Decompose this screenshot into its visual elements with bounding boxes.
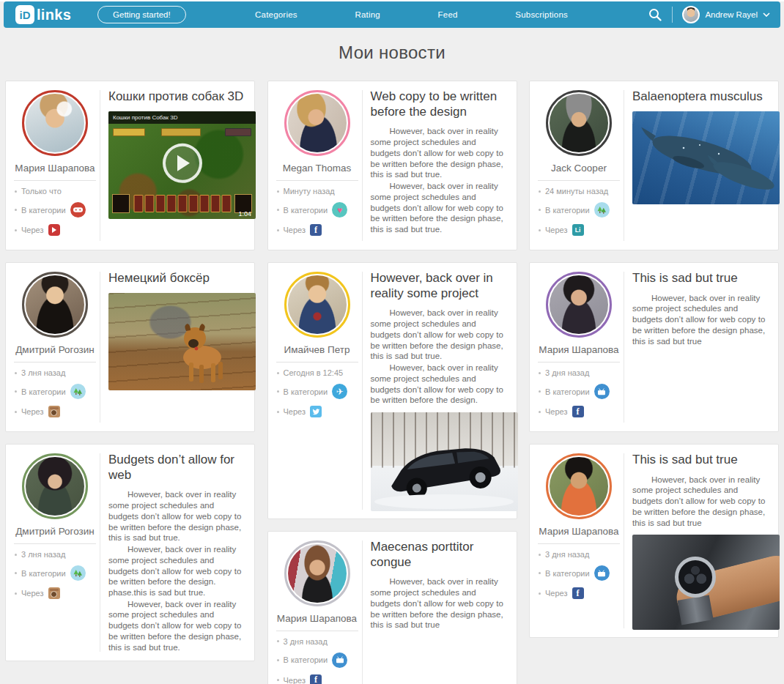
meta-time: Только что <box>15 187 100 196</box>
author-name[interactable]: Дмитрий Рогозин <box>15 526 95 537</box>
post-title[interactable]: Maecenas porttitor congue <box>371 540 508 570</box>
linkedin-icon[interactable]: Li <box>572 224 584 236</box>
nature-category-icon[interactable] <box>70 565 86 581</box>
post-title[interactable]: This is sad but true <box>632 453 769 468</box>
search-icon[interactable] <box>648 7 662 22</box>
facebook-icon[interactable]: f <box>310 224 322 236</box>
nav-item-rating[interactable]: Rating <box>355 10 380 19</box>
meta-via: Через <box>15 406 100 417</box>
facebook-icon[interactable]: f <box>572 587 584 599</box>
post-title[interactable]: Немецкий боксёр <box>108 271 245 286</box>
divider <box>276 180 358 181</box>
tv-category-icon[interactable] <box>594 384 610 399</box>
author-name[interactable]: Мария Шарапова <box>15 163 95 174</box>
meta-category: В категории <box>539 202 624 218</box>
author-name[interactable]: Дмитрий Рогозин <box>15 344 95 355</box>
author-name[interactable]: Megan Thomas <box>283 163 352 174</box>
feed-column-right: Jack Cooper 24 минуты назад В категории … <box>529 81 779 684</box>
author-name[interactable]: Мария Шарапова <box>539 526 618 537</box>
divider <box>538 362 620 363</box>
divider <box>538 180 620 181</box>
author-avatar[interactable] <box>22 272 88 338</box>
facebook-icon[interactable]: f <box>572 406 584 417</box>
app-logo[interactable]: iD links <box>15 5 71 24</box>
post-title[interactable]: Balaenoptera musculus <box>632 89 769 105</box>
play-button-icon[interactable] <box>163 144 202 183</box>
post-paragraph: However, back over in reality some proje… <box>371 181 508 235</box>
nature-category-icon[interactable] <box>594 202 610 218</box>
feed-card: Jack Cooper 24 минуты назад В категории … <box>529 81 779 250</box>
author-avatar[interactable] <box>22 90 88 156</box>
feed-card: Мария Шарапова 3 дня назад В категории Ч… <box>529 444 779 638</box>
nav-item-categories[interactable]: Categories <box>255 10 297 19</box>
author-avatar-image <box>26 94 84 152</box>
meta-category: В категории <box>15 202 100 218</box>
post-paragraph: However, back over in reality some proje… <box>108 599 245 653</box>
puppy-illustration <box>108 293 256 390</box>
instagram-icon[interactable] <box>48 587 60 599</box>
youtube-icon[interactable] <box>48 224 60 236</box>
post-photo-boxer-puppy[interactable] <box>108 293 256 390</box>
post-video-thumbnail[interactable]: Кошки против Собак 3D 1:04 <box>108 111 256 219</box>
meta-time: Сегодня в 12:45 <box>277 368 362 377</box>
meta-via: Через <box>15 224 100 236</box>
heart-category-icon[interactable]: ♥ <box>332 202 347 218</box>
post-title[interactable]: Web copy to be written before the design <box>371 89 508 119</box>
feed-card: Мария Шарапова 3 дня назад В категории Ч… <box>529 262 779 432</box>
user-menu[interactable]: Andrew Rayel <box>682 6 770 23</box>
post-photo-wrist-watch[interactable] <box>632 535 780 630</box>
games-category-icon[interactable] <box>70 202 86 218</box>
post-title[interactable]: Budgets don’t allow for web <box>108 453 245 483</box>
author-avatar[interactable] <box>546 272 612 338</box>
post-title[interactable]: However, back over in reality some proje… <box>371 271 508 301</box>
post-paragraph: However, back over in reality some proje… <box>108 489 245 543</box>
feed-card: Мария Шарапова 3 дня назад В категории Ч… <box>267 531 517 684</box>
author-avatar[interactable] <box>284 272 350 338</box>
tv-category-icon[interactable] <box>594 565 610 581</box>
meta-time: 3 дня назад <box>539 368 624 377</box>
meta-category: В категории ✈ <box>277 384 362 399</box>
author-name[interactable]: Jack Cooper <box>551 163 607 174</box>
game-panel <box>112 194 130 213</box>
meta-via: Через Li <box>539 224 624 236</box>
post-title[interactable]: This is sad but true <box>632 271 769 286</box>
author-avatar-image <box>288 544 347 603</box>
author-avatar[interactable] <box>284 540 350 606</box>
post-paragraph: However, back over in reality some proje… <box>371 308 508 362</box>
travel-category-icon[interactable]: ✈ <box>332 384 347 399</box>
main-nav: Categories Rating Feed Subscriptions <box>186 10 648 19</box>
getting-started-button[interactable]: Getting started! <box>97 6 186 23</box>
twitter-icon[interactable] <box>310 406 322 417</box>
author-avatar[interactable] <box>22 453 88 519</box>
feed-card: Дмитрий Рогозин 3 лня назад В категории … <box>5 444 255 661</box>
author-name[interactable]: Имайчев Петр <box>284 344 350 355</box>
game-hud <box>113 128 145 136</box>
meta-via: Через f <box>277 674 362 684</box>
feed-card: Имайчев Петр Сегодня в 12:45 В категории… <box>267 262 517 519</box>
post-title[interactable]: Кошки против собак 3D <box>108 89 245 105</box>
video-duration: 1:04 <box>238 210 251 218</box>
meta-time: 3 дня назад <box>539 550 624 559</box>
post-paragraph: However, back over in reality some proje… <box>632 475 769 529</box>
tv-category-icon[interactable] <box>332 653 347 668</box>
nav-item-subscriptions[interactable]: Subscriptions <box>515 10 568 19</box>
author-avatar[interactable] <box>546 90 612 156</box>
nav-item-feed[interactable]: Feed <box>438 10 458 19</box>
instagram-icon[interactable] <box>48 406 60 417</box>
user-name: Andrew Rayel <box>705 10 758 19</box>
post-paragraph: However, back over in reality some proje… <box>632 293 769 347</box>
nature-category-icon[interactable] <box>70 384 86 399</box>
post-paragraph: However, back over in reality some proje… <box>371 126 508 180</box>
meta-time: 3 лня назад <box>15 368 100 377</box>
author-name[interactable]: Мария Шарапова <box>277 613 357 624</box>
meta-category: В категории <box>539 565 624 581</box>
watch-face-illustration <box>675 557 716 598</box>
logo-text: links <box>37 7 71 23</box>
facebook-icon[interactable]: f <box>310 674 322 684</box>
post-photo-whales[interactable] <box>632 111 780 204</box>
author-avatar[interactable] <box>284 90 350 156</box>
author-name[interactable]: Мария Шарапова <box>539 344 618 355</box>
feed-card: Дмитрий Рогозин 3 лня назад В категории … <box>5 262 255 432</box>
post-photo-car-in-snow[interactable] <box>371 412 518 511</box>
author-avatar[interactable] <box>546 453 612 519</box>
